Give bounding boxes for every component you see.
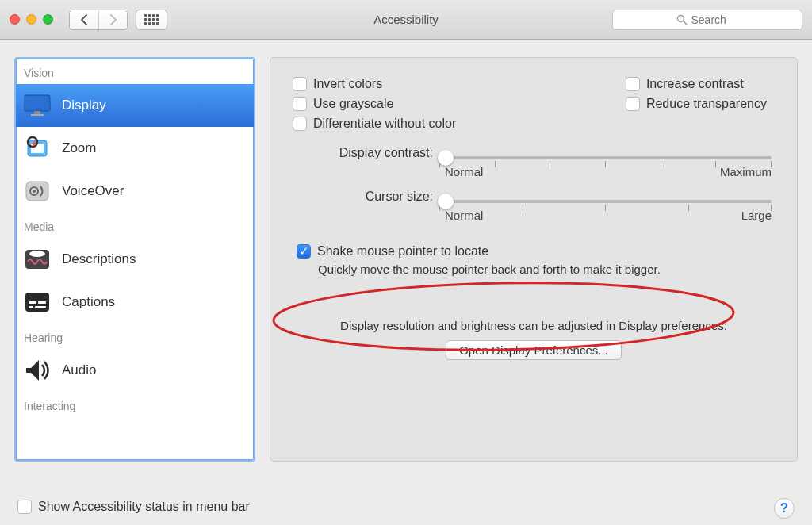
sidebar-item-voiceover[interactable]: VoiceOver xyxy=(16,170,254,213)
differentiate-label: Differentiate without color xyxy=(313,117,456,131)
checkbox-unchecked[interactable] xyxy=(17,500,32,514)
sidebar-item-zoom[interactable]: Zoom xyxy=(16,127,254,170)
checkbox-unchecked[interactable] xyxy=(293,77,307,91)
sidebar-item-label: Captions xyxy=(62,294,115,310)
heading-interacting: Interacting xyxy=(16,392,254,417)
sidebar-item-captions[interactable]: Captions xyxy=(16,281,254,324)
grid-icon xyxy=(144,14,159,25)
svg-point-13 xyxy=(29,251,45,257)
svg-rect-3 xyxy=(34,111,40,114)
increase-contrast-row[interactable]: Increase contrast xyxy=(626,77,767,91)
checkbox-unchecked[interactable] xyxy=(293,97,307,111)
use-grayscale-row[interactable]: Use grayscale xyxy=(293,97,456,111)
shake-pointer-description: Quickly move the mouse pointer back and … xyxy=(318,262,775,276)
invert-colors-row[interactable]: Invert colors xyxy=(293,77,456,91)
display-contrast-label: Display contrast: xyxy=(301,146,439,160)
sidebar-item-label: VoiceOver xyxy=(62,183,124,199)
display-icon xyxy=(22,90,52,121)
sidebar-item-label: Display xyxy=(62,98,106,113)
sidebar-item-label: Descriptions xyxy=(62,251,136,267)
svg-point-8 xyxy=(33,142,36,146)
svg-rect-4 xyxy=(31,114,44,116)
search-input[interactable] xyxy=(691,13,739,26)
svg-rect-17 xyxy=(29,306,33,308)
checkbox-unchecked[interactable] xyxy=(293,117,307,131)
search-icon xyxy=(676,14,688,25)
increase-contrast-label: Increase contrast xyxy=(646,77,744,91)
sidebar-item-display[interactable]: Display xyxy=(16,84,254,127)
cursor-size-slider-row: Cursor size: xyxy=(301,190,775,204)
back-forward-segmented xyxy=(69,10,128,30)
sidebar-item-audio[interactable]: Audio xyxy=(16,349,254,392)
back-button[interactable] xyxy=(70,10,98,29)
nav-buttons xyxy=(69,10,167,30)
titlebar: Accessibility xyxy=(0,0,812,40)
use-grayscale-label: Use grayscale xyxy=(313,97,393,111)
window-title: Accessibility xyxy=(373,13,439,26)
sidebar-item-label: Audio xyxy=(62,362,96,378)
heading-vision: Vision xyxy=(16,59,254,84)
differentiate-row[interactable]: Differentiate without color xyxy=(293,117,456,131)
cursor-size-label: Cursor size: xyxy=(301,190,439,204)
help-button[interactable]: ? xyxy=(774,498,795,519)
slider-thumb[interactable] xyxy=(438,194,454,209)
svg-rect-15 xyxy=(29,301,36,304)
shake-pointer-row[interactable]: Shake mouse pointer to locate xyxy=(297,244,775,259)
open-display-preferences-button[interactable]: Open Display Preferences... xyxy=(446,340,622,360)
categories-sidebar: Vision Display Zoom xyxy=(14,57,255,462)
display-contrast-slider[interactable] xyxy=(439,156,772,159)
heading-hearing: Hearing xyxy=(16,324,254,349)
svg-point-0 xyxy=(677,15,684,21)
svg-rect-16 xyxy=(38,301,46,304)
window-controls xyxy=(10,14,53,25)
search-field[interactable] xyxy=(612,10,802,30)
show-all-button[interactable] xyxy=(136,10,167,30)
svg-rect-2 xyxy=(25,95,50,111)
svg-rect-18 xyxy=(35,306,46,308)
display-settings-panel: Invert colors Use grayscale Differentiat… xyxy=(270,57,798,462)
sidebar-item-descriptions[interactable]: Descriptions xyxy=(16,238,254,281)
audio-icon xyxy=(22,355,52,385)
display-prefs-note: Display resolution and brightness can be… xyxy=(293,319,775,332)
reduce-transparency-label: Reduce transparency xyxy=(646,97,767,111)
minimize-window-button[interactable] xyxy=(26,14,36,25)
show-status-menubar-row[interactable]: Show Accessibility status in menu bar xyxy=(17,500,250,514)
zoom-icon xyxy=(22,133,52,163)
display-contrast-slider-row: Display contrast: xyxy=(301,146,775,160)
slider-thumb[interactable] xyxy=(438,150,454,166)
svg-point-11 xyxy=(33,190,36,193)
shake-pointer-label: Shake mouse pointer to locate xyxy=(317,244,488,259)
voiceover-icon xyxy=(22,176,52,206)
show-status-menubar-label: Show Accessibility status in menu bar xyxy=(38,500,250,514)
heading-media: Media xyxy=(16,213,254,238)
footer: Show Accessibility status in menu bar ? xyxy=(0,498,812,519)
invert-colors-label: Invert colors xyxy=(313,77,382,91)
sidebar-item-label: Zoom xyxy=(62,140,96,156)
descriptions-icon xyxy=(22,244,52,274)
checkbox-unchecked[interactable] xyxy=(626,97,640,111)
checkbox-checked[interactable] xyxy=(297,244,311,259)
checkbox-unchecked[interactable] xyxy=(626,77,640,91)
cursor-size-slider[interactable] xyxy=(439,200,772,203)
zoom-window-button[interactable] xyxy=(43,14,53,25)
close-window-button[interactable] xyxy=(10,14,20,25)
captions-icon xyxy=(22,287,52,317)
reduce-transparency-row[interactable]: Reduce transparency xyxy=(626,97,767,111)
svg-line-1 xyxy=(684,21,687,25)
forward-button[interactable] xyxy=(98,10,127,29)
